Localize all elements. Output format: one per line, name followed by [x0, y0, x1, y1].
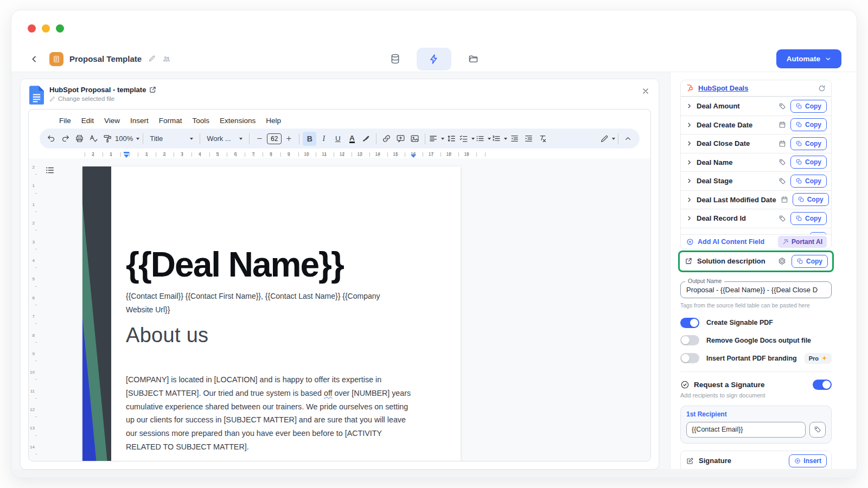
open-external-icon[interactable]: [685, 258, 692, 265]
ruler-number: 2: [84, 150, 102, 158]
insert-tag-button[interactable]: [809, 422, 826, 438]
left-indent-marker[interactable]: [124, 155, 129, 158]
rename-pencil-icon[interactable]: [148, 55, 156, 63]
field-row[interactable]: Deal Record Id Copy: [681, 209, 831, 228]
highlight-color-icon[interactable]: [359, 132, 373, 146]
toggle-row-remove-gdocs: Remove Google Docs output file: [680, 335, 832, 345]
recipient-email-input[interactable]: [686, 422, 806, 438]
automation-bolt-icon[interactable]: [417, 48, 451, 70]
remove-gdocs-toggle[interactable]: [680, 335, 699, 345]
refresh-icon[interactable]: [818, 85, 826, 92]
underline-button[interactable]: U: [331, 132, 344, 146]
menu-item[interactable]: File: [59, 117, 71, 125]
expand-chevron-icon[interactable]: [686, 197, 692, 203]
insert-image-icon[interactable]: [408, 132, 422, 146]
undo-icon[interactable]: [44, 132, 58, 146]
right-indent-marker[interactable]: [411, 155, 416, 158]
font-size-input[interactable]: 62: [267, 133, 282, 144]
close-window-button[interactable]: [28, 24, 36, 33]
copy-button[interactable]: Copy: [790, 100, 827, 113]
document-outline-icon[interactable]: [45, 165, 55, 175]
close-panel-icon[interactable]: [641, 87, 650, 95]
open-external-icon[interactable]: [149, 86, 156, 93]
field-row[interactable]: Deal Amount Copy: [681, 97, 831, 115]
copy-button[interactable]: Copy: [790, 175, 827, 188]
font-select[interactable]: Work ...: [203, 132, 246, 146]
request-signature-toggle[interactable]: [813, 380, 832, 390]
styles-select[interactable]: Title: [146, 132, 196, 146]
checklist-select[interactable]: [459, 132, 475, 146]
ai-field-row[interactable]: Solution description Copy: [680, 252, 832, 271]
font-size-increase[interactable]: [282, 132, 296, 146]
numbered-list-select[interactable]: [492, 132, 507, 146]
source-data-icon[interactable]: [382, 48, 408, 70]
expand-chevron-icon[interactable]: [686, 140, 692, 146]
expand-chevron-icon[interactable]: [686, 178, 692, 184]
source-fields-panel: HubSpot Deals Deal Amount: [680, 80, 832, 249]
ruler-number: 2: [29, 165, 37, 183]
hide-menus-icon[interactable]: [621, 132, 635, 146]
copy-button[interactable]: Copy: [790, 212, 827, 225]
increase-indent-icon[interactable]: [522, 132, 535, 146]
add-ai-field-button[interactable]: Add AI Content Field: [698, 238, 764, 246]
field-row[interactable]: Deal Last Modified Date Copy: [681, 190, 831, 209]
expand-chevron-icon[interactable]: [686, 159, 692, 165]
menu-item[interactable]: Format: [159, 117, 182, 125]
menu-item[interactable]: Edit: [81, 117, 94, 125]
decrease-indent-icon[interactable]: [508, 132, 521, 146]
field-row[interactable]: Deal Stage Copy: [681, 171, 831, 190]
copy-button[interactable]: [809, 232, 827, 234]
ruler-number: 9: [280, 150, 298, 158]
align-select[interactable]: [429, 132, 444, 146]
menu-item[interactable]: Tools: [193, 117, 210, 125]
spellcheck-icon[interactable]: [87, 132, 100, 146]
copy-button[interactable]: Copy: [793, 193, 829, 206]
first-line-indent-marker[interactable]: [124, 152, 129, 153]
branding-toggle[interactable]: [680, 353, 699, 363]
change-file-button[interactable]: Change selected file: [49, 95, 156, 102]
italic-button[interactable]: I: [317, 132, 330, 146]
line-spacing-icon[interactable]: [445, 132, 458, 146]
insert-link-icon[interactable]: [380, 132, 393, 146]
expand-chevron-icon[interactable]: [686, 122, 692, 128]
insert-signature-button[interactable]: Insert: [789, 454, 827, 467]
clear-formatting-icon[interactable]: [536, 132, 550, 146]
portant-ai-badge[interactable]: Portant AI: [778, 236, 827, 248]
field-row[interactable]: Deal Create Date Copy: [681, 115, 831, 134]
ruler-number: 13: [351, 150, 369, 158]
font-size-decrease[interactable]: [253, 132, 266, 146]
copy-button[interactable]: Copy: [792, 255, 828, 268]
paint-format-icon[interactable]: [101, 132, 114, 146]
copy-button[interactable]: Copy: [790, 118, 827, 131]
pro-badge: Pro: [805, 353, 832, 364]
menu-item[interactable]: Insert: [130, 117, 149, 125]
text-color-button[interactable]: A: [349, 134, 355, 143]
output-folder-icon[interactable]: [460, 48, 486, 70]
redo-icon[interactable]: [59, 132, 72, 146]
menu-item[interactable]: View: [104, 117, 120, 125]
copy-button[interactable]: Copy: [790, 137, 827, 150]
field-row[interactable]: Deal Close Date Copy: [681, 134, 831, 153]
add-comment-icon[interactable]: [394, 132, 407, 146]
expand-chevron-icon[interactable]: [686, 215, 692, 221]
back-button[interactable]: [27, 52, 42, 67]
minimize-window-button[interactable]: [42, 24, 50, 33]
menu-item[interactable]: Help: [266, 117, 281, 125]
output-name-input[interactable]: [686, 286, 826, 294]
editing-mode-select[interactable]: [600, 132, 615, 146]
copy-button[interactable]: Copy: [790, 156, 827, 169]
bulleted-list-select[interactable]: [475, 132, 491, 146]
share-team-icon[interactable]: [162, 55, 171, 63]
document-page[interactable]: {{Deal Name}} {{Contact Email}} {{Contac…: [82, 166, 461, 461]
field-row[interactable]: Deal Name Copy: [681, 153, 831, 172]
menu-item[interactable]: Extensions: [220, 117, 256, 125]
source-title-link[interactable]: HubSpot Deals: [698, 84, 748, 92]
zoom-window-button[interactable]: [56, 24, 64, 33]
print-icon[interactable]: [73, 132, 86, 146]
create-pdf-toggle[interactable]: [680, 318, 699, 328]
ruler-number: 3: [29, 240, 37, 258]
zoom-select[interactable]: 100%: [115, 132, 139, 146]
expand-chevron-icon[interactable]: [686, 103, 692, 109]
automate-button[interactable]: Automate: [776, 49, 841, 68]
bold-button[interactable]: B: [303, 132, 316, 146]
